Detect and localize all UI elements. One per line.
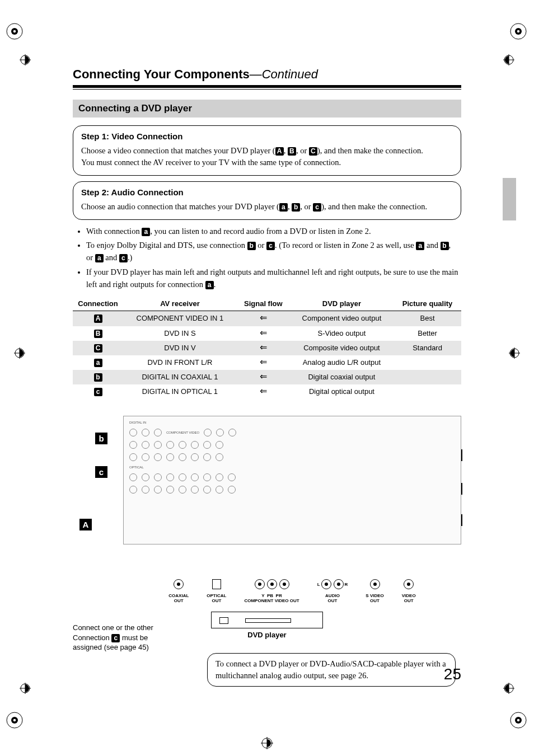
tag-a: a [142, 228, 150, 236]
table-row: aDVD IN FRONT L/R⇐Analog audio L/R outpu… [73, 355, 461, 370]
bottom-note-box: To connect a DVD player or DVD-Audio/SAC… [207, 653, 456, 687]
diagram-footnote: Connect one or the other Connection c mu… [73, 623, 153, 652]
tag-b: b [94, 373, 102, 382]
tag-B: B [94, 330, 102, 338]
register-mark-icon [503, 682, 515, 697]
step2-box: Step 2: Audio Connection Choose an audio… [73, 181, 461, 220]
cell-quality: Best [394, 311, 461, 326]
cell-player: Analog audio L/R output [290, 355, 394, 370]
arrow-left-icon: ⇐ [260, 387, 267, 396]
th-receiver: AV receiver [123, 296, 237, 311]
jack-video: VIDEOOUT [402, 579, 416, 604]
tag-a: a [205, 281, 214, 289]
cell-receiver: DIGITAL IN OPTICAL 1 [123, 384, 237, 399]
th-connection: Connection [73, 296, 123, 311]
jack-svideo: S VIDEOOUT [366, 579, 383, 604]
diagram-label-A: A [79, 519, 92, 530]
cell-arrow: ⇐ [237, 311, 290, 326]
tag-c: c [94, 388, 102, 396]
arrow-left-icon: ⇐ [260, 328, 267, 337]
svg-point-8 [13, 719, 16, 722]
tag-b: b [292, 203, 300, 212]
dvd-caption: DVD player [247, 631, 286, 639]
section-heading: Connecting a DVD player [73, 100, 461, 118]
tag-a: a [279, 203, 288, 212]
cell-receiver: DIGITAL IN COAXIAL 1 [123, 370, 237, 384]
step1-title: Step 1: Video Connection [81, 130, 453, 143]
diagram-label-c: c [95, 466, 107, 478]
cell-arrow: ⇐ [237, 384, 290, 399]
crop-mark-icon [507, 20, 530, 43]
arrow-left-icon: ⇐ [260, 313, 267, 322]
diagram-label-b: b [95, 433, 107, 444]
crop-mark-icon [3, 20, 26, 43]
cell-player: S-Video output [290, 326, 394, 341]
svg-point-11 [517, 719, 520, 722]
cell-quality [394, 355, 461, 370]
cell-receiver: DVD IN V [123, 341, 237, 355]
bullet-item: To enjoy Dolby Digital and DTS, use conn… [86, 240, 461, 264]
horizontal-rule [73, 89, 461, 90]
svg-point-5 [517, 30, 520, 33]
dvd-player-icon [211, 612, 323, 628]
crop-mark-icon [260, 736, 274, 750]
table-row: bDIGITAL IN COAXIAL 1⇐Digital coaxial ou… [73, 370, 461, 384]
bullet-list: With connection a, you can listen to and… [86, 226, 461, 291]
cell-arrow: ⇐ [237, 355, 290, 370]
cell-receiver: DVD IN FRONT L/R [123, 355, 237, 370]
register-mark-icon [503, 54, 515, 68]
cell-quality: Standard [394, 341, 461, 355]
tag-c: c [266, 242, 275, 250]
horizontal-rule [73, 85, 461, 88]
cell-receiver: COMPONENT VIDEO IN 1 [123, 311, 237, 326]
tag-A: A [94, 314, 102, 323]
cell-quality: Better [394, 326, 461, 341]
connection-table: Connection AV receiver Signal flow DVD p… [73, 296, 461, 399]
tag-c: c [111, 634, 120, 642]
tag-a: a [94, 359, 102, 367]
table-header-row: Connection AV receiver Signal flow DVD p… [73, 296, 461, 311]
cell-quality [394, 370, 461, 384]
step1-line2: You must connect the AV receiver to your… [81, 157, 453, 168]
tag-C: C [309, 147, 317, 156]
th-player: DVD player [290, 296, 394, 311]
page-content: Connecting Your Components—Continued Con… [73, 67, 461, 687]
th-flow: Signal flow [237, 296, 290, 311]
table-row: CDVD IN V⇐Composite video outputStandard [73, 341, 461, 355]
page-number: 25 [444, 665, 461, 683]
tag-C: C [94, 344, 102, 353]
jack-component: Y PB PRCOMPONENT VIDEO OUT [244, 579, 299, 604]
page-title-main: Connecting Your Components [73, 67, 250, 81]
cell-player: Digital optical output [290, 384, 394, 399]
page-edge-tab [503, 178, 516, 220]
step2-body: Choose an audio connection that matches … [81, 201, 453, 213]
arrow-left-icon: ⇐ [260, 358, 267, 367]
tag-A: A [275, 147, 284, 156]
table-row: BDVD IN S⇐S-Video outputBetter [73, 326, 461, 341]
cell-quality [394, 384, 461, 399]
jack-audio-lr: LR AUDIOOUT [317, 579, 348, 604]
table-row: cDIGITAL IN OPTICAL 1⇐Digital optical ou… [73, 384, 461, 399]
tag-a: a [95, 254, 104, 262]
cell-player: Component video output [290, 311, 394, 326]
table-row: ACOMPONENT VIDEO IN 1⇐Component video ou… [73, 311, 461, 326]
cell-receiver: DVD IN S [123, 326, 237, 341]
crop-mark-icon [3, 709, 26, 731]
jack-optical: OPTICALOUT [207, 579, 226, 604]
tag-B: B [288, 147, 296, 156]
tag-b: b [247, 242, 256, 250]
cell-player: Digital coaxial output [290, 370, 394, 384]
tag-c: c [119, 254, 128, 262]
dvd-output-row: COAXIALOUT OPTICALOUT Y PB PRCOMPONENT V… [123, 579, 461, 604]
register-mark-icon [19, 54, 31, 68]
arrow-left-icon: ⇐ [260, 343, 267, 352]
register-mark-icon [508, 347, 521, 361]
register-mark-icon [19, 682, 31, 697]
cell-arrow: ⇐ [237, 326, 290, 341]
jack-coaxial: COAXIALOUT [168, 579, 189, 604]
av-receiver-panel: DIGITAL IN COMPONENT VIDEO OPTICAL [123, 416, 461, 544]
page-title-continued: —Continued [250, 67, 318, 81]
bullet-item: With connection a, you can listen to and… [86, 226, 461, 238]
arrow-left-icon: ⇐ [260, 372, 267, 381]
cell-arrow: ⇐ [237, 370, 290, 384]
